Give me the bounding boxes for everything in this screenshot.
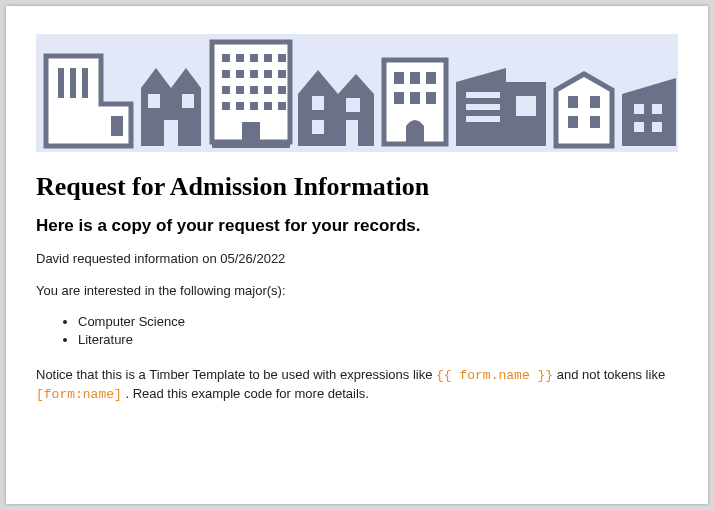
notice-text: and not tokens like: [557, 367, 665, 382]
cityscape-banner: [36, 34, 678, 152]
document-page: Request for Admission Information Here i…: [6, 6, 708, 504]
svg-rect-33: [346, 120, 358, 146]
svg-rect-29: [212, 142, 290, 148]
svg-rect-5: [182, 94, 194, 108]
svg-rect-30: [312, 96, 324, 110]
svg-rect-11: [264, 54, 272, 62]
list-item: Computer Science: [78, 313, 678, 331]
svg-rect-1: [70, 68, 76, 98]
svg-rect-40: [426, 92, 436, 104]
svg-rect-41: [466, 92, 500, 98]
svg-rect-38: [394, 92, 404, 104]
document-title: Request for Admission Information: [36, 172, 678, 202]
svg-rect-44: [516, 96, 536, 116]
svg-rect-0: [58, 68, 64, 98]
svg-rect-13: [222, 70, 230, 78]
cityscape-illustration: [36, 34, 678, 152]
svg-rect-6: [164, 120, 178, 146]
svg-rect-2: [82, 68, 88, 98]
svg-rect-39: [410, 92, 420, 104]
svg-rect-37: [426, 72, 436, 84]
svg-rect-12: [278, 54, 286, 62]
svg-rect-18: [222, 86, 230, 94]
code-token: [form:name]: [36, 387, 122, 402]
svg-rect-43: [466, 116, 500, 122]
svg-rect-50: [652, 104, 662, 114]
svg-rect-21: [264, 86, 272, 94]
svg-rect-8: [222, 54, 230, 62]
svg-rect-48: [590, 116, 600, 128]
svg-rect-10: [250, 54, 258, 62]
svg-rect-15: [250, 70, 258, 78]
svg-rect-28: [242, 122, 260, 142]
svg-rect-35: [394, 72, 404, 84]
svg-rect-51: [634, 122, 644, 132]
svg-rect-19: [236, 86, 244, 94]
svg-rect-3: [111, 116, 123, 136]
svg-rect-46: [590, 96, 600, 108]
notice-text: . Read this example code for more detail…: [125, 386, 369, 401]
svg-rect-36: [410, 72, 420, 84]
svg-rect-23: [222, 102, 230, 110]
majors-list: Computer Science Literature: [36, 313, 678, 348]
svg-rect-9: [236, 54, 244, 62]
svg-rect-31: [312, 120, 324, 134]
notice-text: Notice that this is a Timber Template to…: [36, 367, 436, 382]
svg-rect-17: [278, 70, 286, 78]
svg-rect-25: [250, 102, 258, 110]
svg-rect-4: [148, 94, 160, 108]
svg-rect-52: [652, 122, 662, 132]
request-line: David requested information on 05/26/202…: [36, 250, 678, 268]
svg-rect-27: [278, 102, 286, 110]
svg-rect-16: [264, 70, 272, 78]
svg-rect-20: [250, 86, 258, 94]
svg-rect-49: [634, 104, 644, 114]
viewport: Request for Admission Information Here i…: [0, 0, 714, 510]
svg-rect-42: [466, 104, 500, 110]
svg-rect-45: [568, 96, 578, 108]
svg-rect-47: [568, 116, 578, 128]
code-expression: {{ form.name }}: [436, 368, 553, 383]
notice-paragraph: Notice that this is a Timber Template to…: [36, 366, 678, 403]
svg-rect-32: [346, 98, 360, 112]
svg-rect-26: [264, 102, 272, 110]
svg-rect-14: [236, 70, 244, 78]
svg-rect-24: [236, 102, 244, 110]
list-item: Literature: [78, 331, 678, 349]
majors-intro: You are interested in the following majo…: [36, 282, 678, 300]
document-subtitle: Here is a copy of your request for your …: [36, 216, 678, 236]
svg-rect-22: [278, 86, 286, 94]
